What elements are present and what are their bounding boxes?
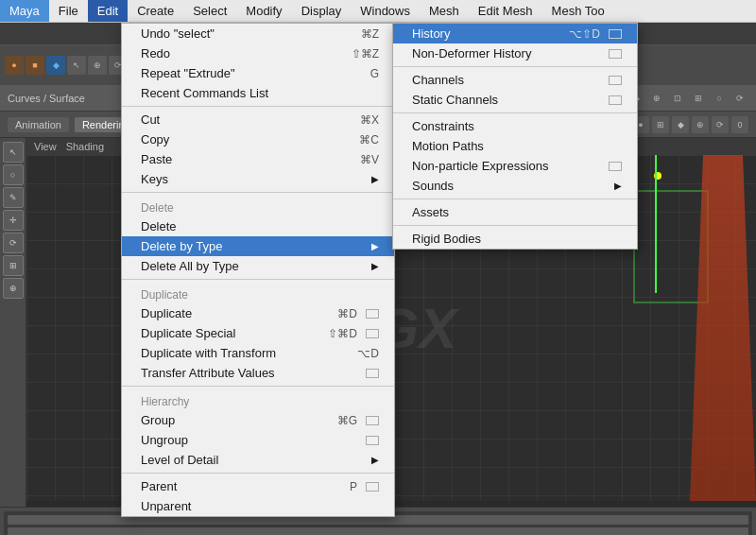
- tool-paint[interactable]: ✎: [3, 187, 24, 208]
- menu-hierarchy-header: Hierarchy: [122, 389, 394, 410]
- menu-maya[interactable]: Maya: [0, 0, 49, 22]
- shelf-right-icon-7[interactable]: 0: [731, 116, 748, 133]
- shelf-right-icon-3[interactable]: ⊞: [652, 116, 669, 133]
- menu-keys[interactable]: Keys ▶: [122, 169, 394, 189]
- toolbar-icon-5[interactable]: ⊕: [88, 56, 107, 75]
- menu-sep-3: [122, 279, 394, 280]
- menu-duplicate-section: Duplicate: [141, 288, 188, 302]
- shelf-right-icon-5[interactable]: ⊕: [692, 116, 709, 133]
- submenu-non-particle[interactable]: Non-particle Expressions: [393, 156, 637, 176]
- menu-undo[interactable]: Undo "select" ⌘Z: [122, 24, 394, 43]
- submenu-history-label: History: [412, 26, 450, 41]
- tool-move[interactable]: ✛: [3, 210, 24, 231]
- submenu-non-deformer[interactable]: Non-Deformer History: [393, 43, 637, 63]
- menu-display[interactable]: Display: [292, 0, 352, 22]
- viewport-view[interactable]: View: [34, 141, 57, 152]
- shelf-icon-5[interactable]: ⊡: [669, 90, 686, 107]
- menu-parent[interactable]: Parent P: [122, 476, 394, 496]
- menu-delete-all[interactable]: Delete All by Type ▶: [122, 256, 394, 276]
- menu-copy-label: Copy: [141, 132, 169, 147]
- menu-create[interactable]: Create: [128, 0, 183, 22]
- submenu-constraints[interactable]: Constraints: [393, 116, 637, 136]
- menu-cut-label: Cut: [141, 112, 160, 127]
- axis-line-y: [655, 155, 657, 293]
- toolbar-icon-4[interactable]: ↖: [67, 56, 86, 75]
- submenu-non-particle-box: [609, 162, 622, 171]
- menu-redo[interactable]: Redo ⇧⌘Z: [122, 43, 394, 63]
- menu-select[interactable]: Select: [183, 0, 236, 22]
- submenu-non-particle-label: Non-particle Expressions: [412, 159, 549, 173]
- menu-group-box: [366, 416, 379, 425]
- menu-group[interactable]: Group ⌘G: [122, 410, 394, 430]
- menu-dup-transform-shortcut: ⌥D: [357, 347, 379, 360]
- menu-mesh-too[interactable]: Mesh Too: [542, 0, 614, 22]
- shelf-right-icon-6[interactable]: ⟳: [712, 116, 729, 133]
- toolbar-icon-3[interactable]: ◆: [46, 56, 65, 75]
- menu-transfer-attrs[interactable]: Transfer Attribute Values: [122, 363, 394, 383]
- menu-cut[interactable]: Cut ⌘X: [122, 110, 394, 129]
- submenu-sounds[interactable]: Sounds ▶: [393, 176, 637, 196]
- tool-lasso[interactable]: ○: [3, 164, 24, 185]
- menu-unparent[interactable]: Unparent: [122, 496, 394, 516]
- submenu-constraints-label: Constraints: [412, 119, 474, 133]
- menu-duplicate-special[interactable]: Duplicate Special ⇧⌘D: [122, 323, 394, 343]
- menu-sep-2: [122, 192, 394, 193]
- menu-repeat-shortcut: G: [370, 67, 379, 80]
- shelf-icon-7[interactable]: ○: [711, 90, 728, 107]
- menu-level-of-detail[interactable]: Level of Detail ▶: [122, 450, 394, 470]
- submenu-sounds-arrow: ▶: [614, 181, 622, 191]
- menu-dup-transform[interactable]: Duplicate with Transform ⌥D: [122, 343, 394, 363]
- submenu-assets-label: Assets: [412, 205, 449, 219]
- left-toolbar: ↖ ○ ✎ ✛ ⟳ ⊞ ⊕: [0, 138, 26, 507]
- menu-windows[interactable]: Windows: [351, 0, 420, 22]
- menu-edit-mesh[interactable]: Edit Mesh: [469, 0, 542, 22]
- menu-parent-shortcut: P: [350, 480, 357, 493]
- shelf-icon-4[interactable]: ⊕: [648, 90, 665, 107]
- menu-duplicate[interactable]: Duplicate ⌘D: [122, 303, 394, 323]
- submenu-channels[interactable]: Channels: [393, 70, 637, 90]
- menu-duplicate-box: [366, 309, 379, 319]
- viewport-shading[interactable]: Shading: [66, 141, 104, 152]
- menu-paste[interactable]: Paste ⌘V: [122, 149, 394, 169]
- menu-delete-by-type[interactable]: Delete by Type ▶: [122, 236, 394, 256]
- tool-rotate[interactable]: ⟳: [3, 233, 24, 253]
- shelf-icon-6[interactable]: ⊞: [690, 90, 707, 107]
- toolbar-icon-2[interactable]: ■: [26, 56, 44, 75]
- submenu-assets[interactable]: Assets: [393, 202, 637, 222]
- menu-ungroup-label: Ungroup: [141, 433, 188, 447]
- menu-delete[interactable]: Delete: [122, 216, 394, 236]
- menu-undo-shortcut: ⌘Z: [361, 27, 379, 41]
- menu-edit[interactable]: Edit: [88, 0, 128, 22]
- menu-transfer-label: Transfer Attribute Values: [141, 366, 275, 380]
- tool-transform[interactable]: ⊕: [3, 278, 24, 299]
- menu-recent-commands[interactable]: Recent Commands List: [122, 83, 394, 103]
- menu-file[interactable]: File: [49, 0, 88, 22]
- menu-dup-transform-label: Duplicate with Transform: [141, 346, 276, 360]
- menu-delete-all-arrow: ▶: [371, 261, 379, 271]
- tool-select[interactable]: ↖: [3, 142, 24, 163]
- shelf-right-icon-4[interactable]: ◆: [672, 116, 689, 133]
- breadcrumb: Curves / Surface: [8, 93, 85, 104]
- submenu-channels-box: [609, 76, 622, 85]
- submenu-sep-4: [393, 225, 637, 226]
- tool-scale[interactable]: ⊞: [3, 255, 24, 276]
- shelf-tab-animation[interactable]: Animation: [8, 117, 69, 132]
- submenu-static-channels[interactable]: Static Channels: [393, 90, 637, 110]
- menu-mesh[interactable]: Mesh: [420, 0, 469, 22]
- shelf-icon-8[interactable]: ⟳: [731, 90, 748, 107]
- submenu-rigid-bodies[interactable]: Rigid Bodies: [393, 229, 637, 249]
- submenu-history-box: [609, 29, 622, 39]
- menu-ungroup[interactable]: Ungroup: [122, 430, 394, 450]
- menu-modify[interactable]: Modify: [236, 0, 291, 22]
- menu-copy[interactable]: Copy ⌘C: [122, 129, 394, 149]
- menu-dup-special-shortcut: ⇧⌘D: [328, 327, 357, 340]
- submenu-rigid-bodies-label: Rigid Bodies: [412, 232, 481, 246]
- menu-keys-label: Keys: [141, 172, 168, 186]
- menu-keys-arrow: ▶: [371, 174, 379, 184]
- submenu-history[interactable]: History ⌥⇧D: [393, 24, 637, 43]
- submenu-motion-paths[interactable]: Motion Paths: [393, 136, 637, 156]
- menu-repeat-extrude[interactable]: Repeat "Extrude" G: [122, 63, 394, 83]
- menu-dup-special-label: Duplicate Special: [141, 326, 235, 340]
- toolbar-icon-1[interactable]: ●: [5, 56, 24, 75]
- menu-redo-label: Redo: [141, 46, 170, 60]
